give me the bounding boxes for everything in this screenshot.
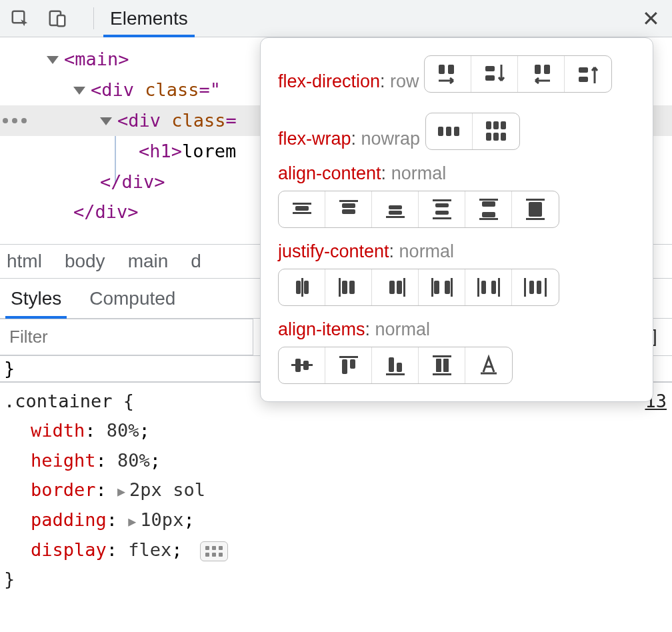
svg-rect-10 [448,65,454,74]
caret-down-icon[interactable] [73,87,85,95]
justify-content-start-icon[interactable] [325,269,372,305]
tab-styles[interactable]: Styles [11,279,61,318]
svg-rect-42 [479,218,498,220]
svg-rect-22 [501,121,506,129]
breadcrumb-item[interactable]: main [128,251,169,272]
caret-down-icon[interactable] [47,56,59,64]
expand-triangle-icon[interactable]: ▶ [117,483,125,499]
flex-direction-row-icon[interactable] [425,56,471,92]
svg-rect-26 [293,203,311,205]
declaration-border[interactable]: border: ▶2px sol [4,475,672,505]
align-items-start-icon[interactable] [325,347,372,383]
svg-rect-67 [291,364,313,366]
svg-rect-75 [386,373,405,375]
tab-elements[interactable]: Elements [107,0,191,37]
close-icon[interactable]: ✕ [635,6,667,31]
svg-rect-77 [436,359,441,372]
align-content-stretch-icon[interactable] [512,191,559,227]
svg-rect-39 [479,199,498,201]
svg-rect-41 [482,212,495,217]
align-content-end-icon[interactable] [372,191,419,227]
svg-rect-16 [579,77,588,82]
dom-text: lorem [182,141,236,161]
svg-rect-57 [445,281,450,294]
svg-rect-46 [296,281,301,294]
svg-rect-4 [212,546,216,550]
prop-label: flex-direction [278,71,390,91]
svg-rect-55 [431,278,433,297]
svg-rect-20 [486,121,491,129]
section-flex-wrap: flex-wrapnowrap [278,106,635,150]
svg-rect-47 [301,278,303,297]
filter-input[interactable] [0,319,253,355]
options-align-items [278,347,513,384]
prop-value: nowrap [361,129,421,149]
align-content-start-icon[interactable] [325,191,372,227]
svg-rect-56 [434,281,439,294]
expand-triangle-icon[interactable]: ▶ [128,513,136,529]
svg-rect-24 [493,133,499,141]
align-items-end-icon[interactable] [372,347,419,383]
flex-direction-column-icon[interactable] [471,56,518,92]
svg-rect-66 [545,278,547,297]
svg-rect-28 [293,212,311,214]
breadcrumb-item[interactable]: d [191,251,201,272]
align-content-space-around-icon[interactable] [419,191,465,227]
svg-rect-68 [295,359,301,372]
justify-content-space-around-icon[interactable] [465,269,512,305]
prop-label: flex-wrap [278,129,361,149]
tab-computed[interactable]: Computed [89,279,175,318]
justify-content-center-icon[interactable] [279,269,325,305]
svg-rect-3 [205,546,209,550]
declaration-display[interactable]: display: flex; [4,535,672,565]
prop-value: row [390,71,419,91]
svg-rect-61 [491,281,496,294]
css-selector[interactable]: .container [4,391,113,411]
flex-wrap-wrap-icon[interactable] [473,113,519,149]
flex-direction-row-reverse-icon[interactable] [518,56,565,92]
svg-rect-58 [451,278,453,297]
align-items-center-icon[interactable] [279,347,325,383]
options-flex-wrap [425,113,520,150]
justify-content-space-between-icon[interactable] [419,269,465,305]
section-justify-content: justify-contentnormal [278,241,635,306]
svg-rect-70 [339,356,358,358]
align-content-space-between-icon[interactable] [465,191,512,227]
svg-rect-79 [433,373,451,375]
svg-rect-64 [529,281,534,294]
flex-wrap-nowrap-icon[interactable] [426,113,473,149]
svg-rect-54 [403,278,405,297]
svg-rect-63 [524,278,526,297]
prop-label: justify-content [278,241,399,261]
device-toggle-icon[interactable] [43,4,72,33]
flex-direction-column-reverse-icon[interactable] [565,56,611,92]
svg-rect-51 [349,281,355,294]
svg-rect-49 [339,278,341,297]
css-rule-container[interactable]: 13 .container { width: 80%; height: 80%;… [0,382,672,599]
svg-rect-33 [389,211,402,215]
declaration-width[interactable]: width: 80%; [4,416,672,446]
svg-rect-69 [303,361,309,370]
svg-rect-23 [486,133,491,141]
toolbar-separator [93,7,94,29]
options-align-content [278,191,559,228]
breadcrumb-item[interactable]: body [65,251,105,272]
svg-rect-5 [219,546,223,550]
caret-down-icon[interactable] [100,117,112,125]
inspect-icon[interactable] [5,4,35,33]
svg-rect-9 [439,65,445,74]
align-items-baseline-icon[interactable] [465,347,512,383]
justify-content-space-evenly-icon[interactable] [512,269,559,305]
breadcrumb-item[interactable]: html [7,251,42,272]
declaration-height[interactable]: height: 80%; [4,446,672,476]
justify-content-end-icon[interactable] [372,269,419,305]
open-flex-editor-icon[interactable] [200,541,228,561]
align-content-center-icon[interactable] [279,191,325,227]
declaration-padding[interactable]: padding: ▶10px; [4,505,672,535]
svg-rect-48 [304,281,309,294]
svg-rect-36 [435,203,449,207]
svg-rect-35 [433,199,451,201]
align-items-stretch-icon[interactable] [419,347,465,383]
svg-rect-27 [295,206,309,211]
svg-rect-40 [482,201,495,207]
